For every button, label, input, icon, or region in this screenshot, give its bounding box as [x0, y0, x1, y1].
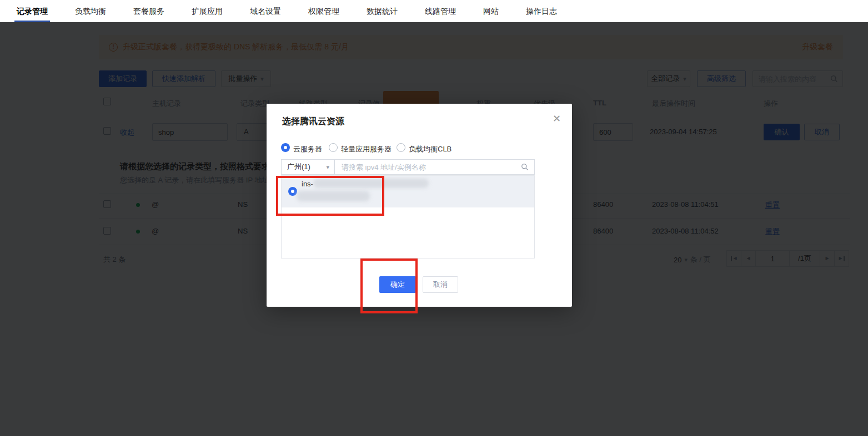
modal-cancel-button[interactable]: 取消: [423, 276, 458, 293]
tab-extensions[interactable]: 扩展应用: [192, 0, 223, 22]
tab-permissions[interactable]: 权限管理: [308, 0, 339, 22]
instance-list: ins-: [281, 175, 535, 258]
radio-lighthouse[interactable]: [329, 143, 338, 152]
chevron-down-icon: ▾: [326, 164, 329, 170]
instance-radio[interactable]: [288, 187, 297, 196]
radio-cvm[interactable]: [281, 143, 290, 152]
tab-record-management[interactable]: 记录管理: [17, 0, 48, 22]
instance-search-input[interactable]: [342, 163, 521, 171]
radio-clb-label[interactable]: 负载均衡CLB: [409, 144, 451, 154]
radio-cvm-label[interactable]: 云服务器: [293, 144, 322, 154]
region-select[interactable]: 广州(1) ▾: [281, 159, 334, 175]
tab-line-management[interactable]: 线路管理: [425, 0, 456, 22]
tab-statistics[interactable]: 数据统计: [367, 0, 398, 22]
instance-id-prefix: ins-: [302, 180, 313, 188]
redacted-instance-ip: [297, 191, 370, 201]
top-nav: 记录管理 负载均衡 套餐服务 扩展应用 域名设置 权限管理 数据统计 线路管理 …: [0, 0, 868, 22]
page: 记录管理 负载均衡 套餐服务 扩展应用 域名设置 权限管理 数据统计 线路管理 …: [0, 0, 868, 436]
tab-operation-log[interactable]: 操作日志: [526, 0, 557, 22]
close-icon[interactable]: ✕: [553, 113, 561, 125]
tab-website[interactable]: 网站: [483, 0, 499, 22]
radio-clb[interactable]: [397, 143, 405, 152]
select-cloud-resource-modal: 选择腾讯云资源 ✕ 云服务器 轻量应用服务器 负载均衡CLB 广州(1) ▾ i…: [267, 104, 572, 307]
tab-load-balance[interactable]: 负载均衡: [75, 0, 106, 22]
search-icon[interactable]: [521, 163, 529, 171]
radio-lighthouse-label[interactable]: 轻量应用服务器: [341, 144, 392, 154]
region-value: 广州(1): [287, 162, 310, 172]
instance-search-box: [334, 159, 535, 175]
modal-title: 选择腾讯云资源: [282, 116, 344, 128]
tab-plan-service[interactable]: 套餐服务: [133, 0, 164, 22]
modal-confirm-button[interactable]: 确定: [379, 276, 416, 293]
tab-domain-settings[interactable]: 域名设置: [250, 0, 281, 22]
redacted-instance-id: [313, 179, 429, 188]
instance-list-item[interactable]: ins-: [282, 176, 534, 207]
